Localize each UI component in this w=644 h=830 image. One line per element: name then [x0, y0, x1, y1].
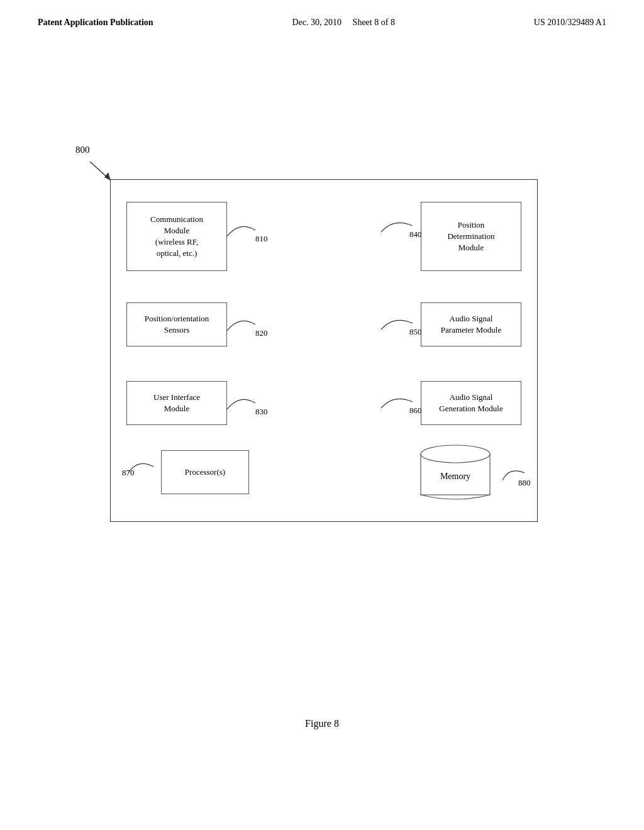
svg-point-10 — [421, 445, 490, 463]
figure-caption: Figure 8 — [0, 718, 644, 729]
svg-text:880: 880 — [518, 478, 531, 487]
ref-880-connector: 880 — [499, 462, 534, 487]
position-determination-box: PositionDeterminationModule — [421, 202, 521, 271]
audio-signal-parameter-box: Audio SignalParameter Module — [421, 302, 521, 346]
user-interface-label: User InterfaceModule — [153, 392, 200, 414]
ref-820-connector: 820 — [221, 312, 271, 337]
ref-850-connector: 850 — [375, 312, 431, 337]
svg-text:870: 870 — [122, 468, 135, 477]
processor-box: Processor(s) — [161, 450, 249, 494]
svg-text:850: 850 — [409, 327, 422, 336]
header-date-sheet: Dec. 30, 2010 Sheet 8 of 8 — [292, 18, 395, 28]
svg-text:860: 860 — [409, 406, 422, 415]
audio-signal-generation-label: Audio SignalGeneration Module — [439, 392, 502, 414]
position-orientation-box: Position/orientationSensors — [126, 302, 227, 346]
header-patent-number: US 2010/329489 A1 — [534, 18, 606, 28]
svg-text:810: 810 — [255, 234, 268, 243]
header-publication-type: Patent Application Publication — [38, 18, 153, 28]
ref-840-connector: 840 — [375, 214, 431, 240]
diagram-container: 800 CommunicationModule(wireless RF,opti… — [75, 145, 553, 534]
position-orientation-label: Position/orientationSensors — [145, 313, 209, 336]
communication-module-label: CommunicationModule(wireless RF,optical,… — [150, 214, 203, 260]
memory-cylinder: Memory — [418, 443, 509, 502]
svg-text:840: 840 — [409, 230, 422, 239]
page-header: Patent Application Publication Dec. 30, … — [0, 0, 644, 28]
position-determination-label: PositionDeterminationModule — [447, 219, 494, 254]
diagram-label-800: 800 — [75, 145, 90, 155]
outer-diagram-box: CommunicationModule(wireless RF,optical,… — [110, 179, 538, 522]
audio-signal-generation-box: Audio SignalGeneration Module — [421, 381, 521, 425]
audio-signal-parameter-label: Audio SignalParameter Module — [441, 313, 501, 336]
communication-module-box: CommunicationModule(wireless RF,optical,… — [126, 202, 227, 271]
ref-860-connector: 860 — [375, 390, 431, 416]
svg-text:820: 820 — [255, 328, 268, 337]
svg-text:Memory: Memory — [440, 472, 470, 481]
ref-810-connector: 810 — [221, 218, 271, 243]
ref-830-connector: 830 — [221, 390, 271, 416]
ref-870-connector: 870 — [122, 455, 169, 477]
svg-text:830: 830 — [255, 407, 268, 416]
user-interface-box: User InterfaceModule — [126, 381, 227, 425]
processor-label: Processor(s) — [185, 467, 225, 478]
